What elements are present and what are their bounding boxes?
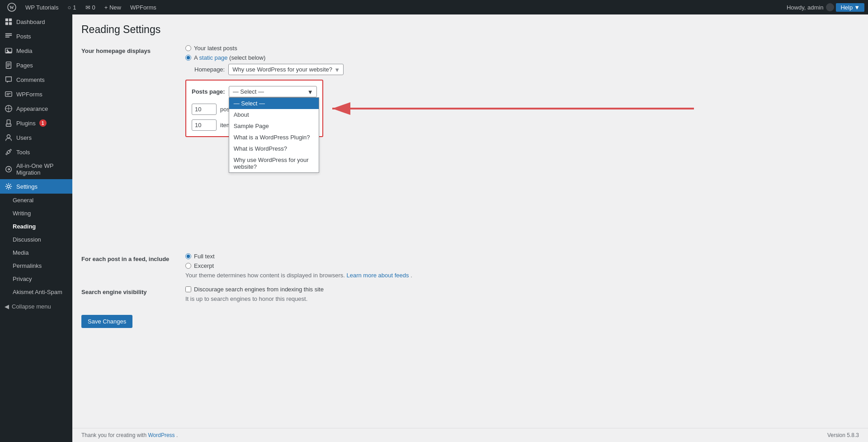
adminbar-howdy: Howdy, admin <box>787 3 834 11</box>
radio-latest-posts[interactable] <box>185 45 191 51</box>
sidebar-item-comments[interactable]: Comments <box>0 72 72 87</box>
adminbar-wp-logo[interactable]: W <box>4 0 20 14</box>
dropdown-option-sample[interactable]: Sample Page <box>229 120 319 132</box>
plugins-badge: 1 <box>39 119 47 127</box>
homepage-select-label: Homepage: <box>194 66 225 73</box>
svg-rect-16 <box>5 92 12 97</box>
svg-text:W: W <box>9 5 14 10</box>
adminbar-updates[interactable]: ○ 1 <box>64 0 80 14</box>
submenu-reading[interactable]: Reading <box>0 220 72 233</box>
sidebar-item-migration[interactable]: All-in-One WP Migration <box>0 159 72 179</box>
svg-rect-5 <box>9 22 12 25</box>
svg-rect-6 <box>5 33 12 34</box>
sidebar-item-plugins[interactable]: Plugins 1 <box>0 116 72 130</box>
dropdown-option-about[interactable]: About <box>229 109 319 120</box>
submenu-discussion[interactable]: Discussion <box>0 233 72 246</box>
search-visibility-checkbox-label: Discourage search engines from indexing … <box>194 286 324 293</box>
submenu-media[interactable]: Media <box>0 246 72 259</box>
svg-rect-7 <box>5 35 12 36</box>
dropdown-option-select[interactable]: — Select — <box>229 98 319 109</box>
svg-point-10 <box>7 49 9 51</box>
sidebar-item-settings[interactable]: Settings <box>0 179 72 194</box>
footer: Thank you for creating with WordPress . … <box>72 428 868 442</box>
svg-rect-3 <box>9 19 12 21</box>
settings-submenu: General Writing Reading Discussion Media… <box>0 194 72 299</box>
syndication-input[interactable] <box>192 119 217 131</box>
search-visibility-checkbox[interactable] <box>185 286 191 292</box>
save-changes-container: Save Changes <box>81 315 859 328</box>
save-changes-button[interactable]: Save Changes <box>81 315 132 328</box>
learn-more-feeds-link[interactable]: Learn more about feeds <box>347 272 409 279</box>
homepage-displays-control: Your latest posts A static page (select … <box>185 45 859 137</box>
sidebar-item-users[interactable]: Users <box>0 130 72 145</box>
svg-rect-20 <box>7 120 10 124</box>
posts-page-row: Posts page: — Select — ▼ — Select — <box>192 86 317 97</box>
static-page-link[interactable]: static page <box>199 54 228 61</box>
svg-rect-17 <box>7 93 11 94</box>
svg-rect-18 <box>7 95 9 95</box>
radio-excerpt[interactable] <box>185 263 191 269</box>
option-excerpt: Excerpt <box>185 262 859 269</box>
posts-page-dropdown-list: — Select — About Sample Page What is a W… <box>229 97 319 173</box>
svg-rect-15 <box>7 66 9 67</box>
sidebar-item-posts[interactable]: Posts <box>0 29 72 43</box>
submenu-privacy[interactable]: Privacy <box>0 272 72 285</box>
red-arrow-annotation <box>323 97 694 120</box>
posts-page-container: Posts page: — Select — ▼ — Select — <box>185 80 323 137</box>
adminbar-new[interactable]: + New <box>101 0 125 14</box>
search-visibility-info: It is up to search engines to honor this… <box>185 295 859 302</box>
adminbar-wpforms[interactable]: WPForms <box>127 0 160 14</box>
dropdown-option-what-wp[interactable]: What is WordPress? <box>229 143 319 154</box>
footer-wp-link[interactable]: WordPress <box>148 432 175 438</box>
svg-rect-23 <box>7 150 10 154</box>
footer-thank-you: Thank you for creating with WordPress . <box>81 432 178 438</box>
feed-include-row: For each post in a feed, include Full te… <box>81 253 859 279</box>
svg-point-22 <box>7 135 10 138</box>
radio-static-page[interactable] <box>185 55 191 61</box>
svg-rect-2 <box>5 19 8 21</box>
svg-rect-21 <box>6 124 11 126</box>
svg-rect-4 <box>5 22 8 25</box>
svg-rect-8 <box>5 37 9 38</box>
label-static-page: A static page (select below) <box>194 54 265 61</box>
dropdown-option-why-wp[interactable]: Why use WordPress for your website? <box>229 154 319 172</box>
radio-full-text[interactable] <box>185 253 191 259</box>
admin-bar: W WP Tutorials ○ 1 ✉ 0 + New WPForms How… <box>0 0 868 14</box>
sidebar-item-wpforms[interactable]: WPForms <box>0 87 72 101</box>
search-visibility-control: Discourage search engines from indexing … <box>185 286 859 302</box>
search-visibility-row: Search engine visibility Discourage sear… <box>81 286 859 302</box>
adminbar-site-name[interactable]: WP Tutorials <box>22 0 62 14</box>
submenu-general[interactable]: General <box>0 194 72 207</box>
blog-pages-input[interactable] <box>192 104 217 115</box>
option-latest-posts: Your latest posts <box>185 45 859 52</box>
feed-include-control: Full text Excerpt Your theme determines … <box>185 253 859 279</box>
submenu-akismet[interactable]: Akismet Anti-Spam <box>0 285 72 299</box>
feed-include-label: For each post in a feed, include <box>81 253 185 262</box>
main-content: Reading Settings Your homepage displays … <box>72 14 868 442</box>
homepage-displays-label: Your homepage displays <box>81 45 185 54</box>
search-visibility-label: Search engine visibility <box>81 286 185 295</box>
svg-rect-14 <box>7 65 10 65</box>
sidebar: Dashboard Posts Media Pages Comments WPF… <box>0 14 72 442</box>
homepage-select-wrapper: Why use WordPress for your website? ▼ <box>228 64 344 75</box>
sidebar-item-media[interactable]: Media <box>0 43 72 58</box>
page-title: Reading Settings <box>81 24 859 36</box>
svg-marker-11 <box>5 51 12 53</box>
option-full-text: Full text <box>185 253 859 260</box>
homepage-displays-row: Your homepage displays Your latest posts… <box>81 45 859 137</box>
homepage-select-row: Homepage: Why use WordPress for your web… <box>194 64 859 75</box>
posts-page-select[interactable]: — Select — <box>229 86 317 97</box>
adminbar-comments[interactable]: ✉ 0 <box>82 0 99 14</box>
submenu-writing[interactable]: Writing <box>0 207 72 220</box>
collapse-menu-button[interactable]: ◀ Collapse menu <box>0 299 72 314</box>
label-excerpt: Excerpt <box>194 262 214 269</box>
sidebar-item-tools[interactable]: Tools <box>0 145 72 159</box>
submenu-permalinks[interactable]: Permalinks <box>0 259 72 272</box>
help-button[interactable]: Help ▼ <box>836 3 864 12</box>
option-static-page: A static page (select below) <box>185 54 859 61</box>
dropdown-option-what-plugin[interactable]: What is a WordPress Plugin? <box>229 132 319 143</box>
sidebar-item-dashboard[interactable]: Dashboard <box>0 14 72 29</box>
sidebar-item-appearance[interactable]: Appearance <box>0 101 72 116</box>
sidebar-item-pages[interactable]: Pages <box>0 58 72 72</box>
homepage-select[interactable]: Why use WordPress for your website? <box>228 64 344 75</box>
